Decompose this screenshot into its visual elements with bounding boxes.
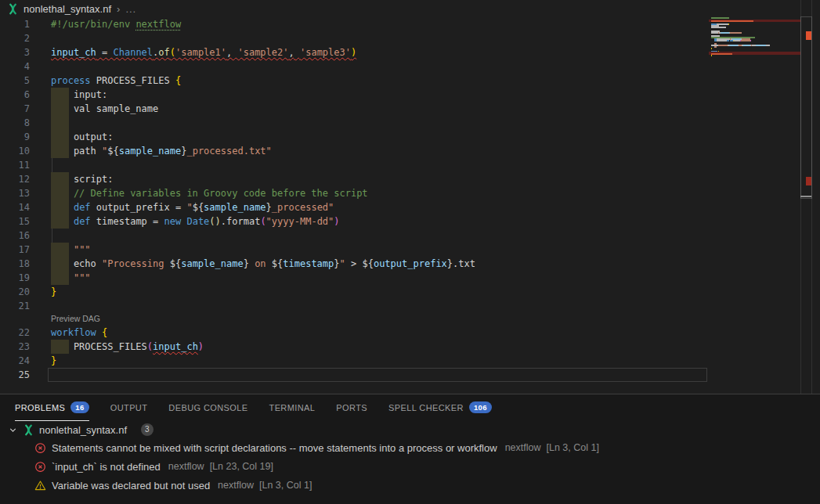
code-text: """	[51, 243, 91, 257]
code-line-10[interactable]: 10 path "${sample_name}_processed.txt"	[0, 144, 800, 158]
panel-tab-bar: PROBLEMS 16 OUTPUT DEBUG CONSOLE TERMINA…	[0, 394, 820, 421]
tab-label: OUTPUT	[110, 403, 148, 412]
line-number: 24	[0, 354, 30, 368]
indent-guide	[52, 158, 52, 172]
code-line-20[interactable]: 20}	[0, 285, 800, 299]
nextflow-file-icon	[7, 3, 19, 15]
breadcrumb-file[interactable]: nonlethal_syntax.nf	[23, 3, 111, 15]
line-number: 25	[0, 368, 30, 382]
line-number: 6	[0, 88, 30, 102]
ruler-error-marker	[806, 31, 811, 40]
code-text: #!/usr/bin/env nextflow	[51, 17, 181, 31]
code-line-2[interactable]: 2	[0, 31, 800, 45]
codelens-preview-dag[interactable]: Preview DAG	[51, 313, 100, 326]
code-text: // Define variables in Groovy code befor…	[51, 186, 368, 200]
code-text: PROCESS_FILES(input_ch)	[51, 340, 204, 354]
code-line-18[interactable]: 18 echo "Processing ${sample_name} on ${…	[0, 257, 800, 271]
code-text: echo "Processing ${sample_name} on ${tim…	[51, 257, 475, 271]
code-line-25[interactable]: 25	[0, 368, 800, 382]
tab-label: PROBLEMS	[15, 403, 65, 412]
line-number: 22	[0, 326, 30, 340]
problem-message: Statements cannot be mixed with script d…	[52, 442, 497, 454]
tab-problems[interactable]: PROBLEMS 16	[15, 394, 89, 421]
code-line-24[interactable]: 24}	[0, 354, 800, 368]
tab-spell-checker[interactable]: SPELL CHECKER 106	[388, 394, 492, 421]
chevron-down-icon[interactable]	[8, 425, 18, 435]
warning-icon	[34, 480, 46, 491]
code-line-4[interactable]: 4	[0, 59, 800, 74]
code-line-17[interactable]: 17 """	[0, 243, 800, 257]
line-number: 11	[0, 158, 30, 172]
ruler-error-marker	[806, 177, 811, 185]
problems-file-group[interactable]: nonlethal_syntax.nf 3	[0, 421, 820, 438]
code-line-12[interactable]: 12 script:	[0, 172, 800, 186]
code-line-14[interactable]: 14 def output_prefix = "${sample_name}_p…	[0, 200, 800, 214]
code-line-16[interactable]: 16	[0, 229, 800, 243]
line-number: 14	[0, 200, 30, 214]
line-number: 19	[0, 271, 30, 285]
line-number: 16	[0, 229, 30, 243]
tab-label: SPELL CHECKER	[388, 403, 464, 412]
code-line-19[interactable]: 19 """	[0, 271, 800, 285]
tab-label: DEBUG CONSOLE	[168, 403, 247, 412]
problem-location: [Ln 23, Col 19]	[210, 461, 273, 472]
problems-file-count-badge: 3	[141, 423, 154, 436]
indent-highlight	[51, 116, 69, 130]
tab-output[interactable]: OUTPUT	[110, 394, 148, 421]
bottom-panel: PROBLEMS 16 OUTPUT DEBUG CONSOLE TERMINA…	[0, 394, 820, 504]
tab-debug-console[interactable]: DEBUG CONSOLE	[168, 394, 247, 421]
problem-source: nextflow	[218, 480, 254, 491]
line-number: 5	[0, 74, 30, 88]
line-number: 21	[0, 299, 30, 313]
line-number: 13	[0, 186, 30, 200]
breadcrumb: nonlethal_syntax.nf › ...	[0, 0, 820, 17]
code-line-21[interactable]: 21	[0, 299, 800, 313]
line-number: 23	[0, 340, 30, 354]
line-number: 1	[0, 17, 30, 31]
line-number: 15	[0, 214, 30, 229]
tab-terminal[interactable]: TERMINAL	[269, 394, 316, 421]
nextflow-file-icon	[23, 424, 34, 436]
code-line-15[interactable]: 15 def timestamp = new Date().format("yy…	[0, 214, 800, 229]
ruler-cursor-marker	[800, 196, 811, 197]
code-line-22[interactable]: 22workflow {	[0, 326, 800, 340]
problems-file-name: nonlethal_syntax.nf	[39, 424, 127, 436]
vscode-window: 1#!/usr/bin/env nextflow23input_ch = Cha…	[0, 0, 820, 504]
code-text: def timestamp = new Date().format("yyyy-…	[51, 214, 340, 229]
code-line-23[interactable]: 23 PROCESS_FILES(input_ch)	[0, 340, 800, 354]
code-line-8[interactable]: 8	[0, 116, 800, 130]
problem-row[interactable]: Statements cannot be mixed with script d…	[0, 438, 820, 457]
line-number: 9	[0, 130, 30, 144]
code-line-1[interactable]: 1#!/usr/bin/env nextflow	[0, 17, 800, 31]
code-text: output:	[51, 130, 113, 144]
line-number: 10	[0, 144, 30, 158]
problem-message: Variable was declared but not used	[52, 480, 210, 491]
code-text: }	[51, 354, 56, 368]
line-number: 18	[0, 257, 30, 271]
code-line-7[interactable]: 7 val sample_name	[0, 102, 800, 116]
scrollbar-slider[interactable]	[800, 16, 812, 199]
problem-row[interactable]: `input_ch` is not defined nextflow [Ln 2…	[0, 457, 820, 476]
problem-row[interactable]: Variable was declared but not used nextf…	[0, 476, 820, 495]
tab-ports[interactable]: PORTS	[336, 394, 367, 421]
code-text: path "${sample_name}_processed.txt"	[51, 144, 272, 158]
code-line-6[interactable]: 6 input:	[0, 88, 800, 102]
code-editor[interactable]: 1#!/usr/bin/env nextflow23input_ch = Cha…	[0, 0, 800, 394]
problem-location: [Ln 3, Col 1]	[547, 442, 599, 453]
breadcrumb-symbol-ellipsis[interactable]: ...	[125, 3, 136, 15]
code-text: val sample_name	[51, 102, 158, 116]
indent-guide	[52, 229, 52, 243]
code-line-11[interactable]: 11	[0, 158, 800, 172]
code-line-9[interactable]: 9 output:	[0, 130, 800, 144]
code-line-3[interactable]: 3input_ch = Channel.of('sample1', 'sampl…	[0, 45, 800, 59]
code-line-13[interactable]: 13 // Define variables in Groovy code be…	[0, 186, 800, 200]
code-line-5[interactable]: 5process PROCESS_FILES {	[0, 74, 800, 88]
line-number: 17	[0, 243, 30, 257]
code-text: }	[51, 285, 56, 299]
code-text: """	[51, 271, 91, 285]
tab-label: PORTS	[336, 403, 367, 412]
minimap[interactable]	[709, 0, 800, 394]
code-text: input_ch = Channel.of('sample1', 'sample…	[51, 45, 356, 59]
line-number: 7	[0, 102, 30, 116]
line-number: 20	[0, 285, 30, 299]
